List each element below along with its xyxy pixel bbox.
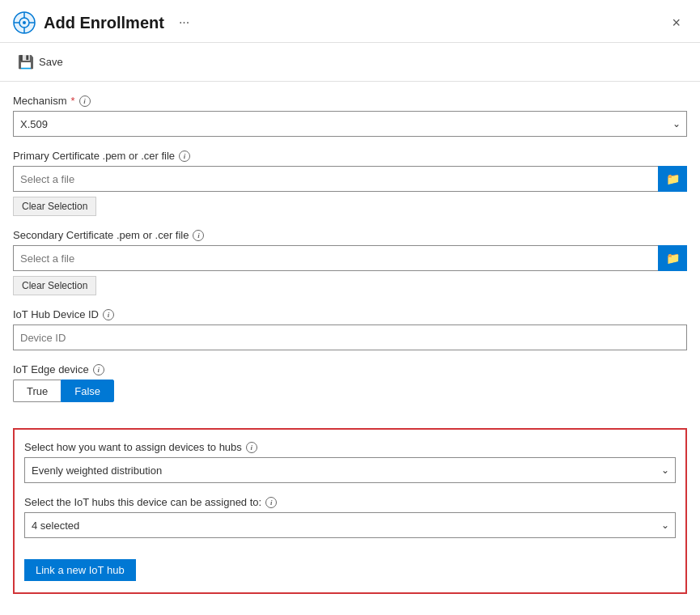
save-button[interactable]: 💾 Save — [13, 51, 68, 73]
secondary-cert-input[interactable] — [13, 245, 658, 271]
spacer — [13, 415, 687, 428]
form-body: Mechanism * i X.509 TPM Symmetric Key ⌄ … — [0, 82, 700, 615]
folder-icon-2: 📁 — [666, 252, 680, 265]
secondary-cert-info-icon[interactable]: i — [193, 230, 204, 241]
primary-cert-clear-button[interactable]: Clear Selection — [13, 197, 96, 216]
header-more-options[interactable]: ··· — [179, 15, 189, 30]
secondary-cert-input-row: 📁 — [13, 245, 687, 271]
close-button[interactable]: × — [665, 12, 687, 33]
select-hubs-select-wrapper: 4 selected ⌄ — [24, 512, 676, 538]
save-icon: 💾 — [18, 54, 34, 70]
mechanism-select[interactable]: X.509 TPM Symmetric Key — [13, 111, 687, 137]
secondary-cert-browse-button[interactable]: 📁 — [658, 245, 687, 271]
hub-assignment-section: Select how you want to assign devices to… — [13, 428, 687, 594]
mechanism-label: Mechanism * i — [13, 95, 687, 107]
select-hubs-label: Select the IoT hubs this device can be a… — [24, 496, 676, 508]
save-label: Save — [39, 56, 63, 68]
assign-hubs-select[interactable]: Evenly weighted distribution Lowest late… — [24, 457, 676, 483]
iot-edge-true-button[interactable]: True — [13, 380, 61, 402]
select-hubs-info-icon[interactable]: i — [265, 497, 277, 508]
primary-cert-label: Primary Certificate .pem or .cer file i — [13, 150, 687, 162]
assign-hubs-info-icon[interactable]: i — [246, 442, 257, 453]
primary-cert-input-row: 📁 — [13, 166, 687, 192]
mechanism-select-wrapper: X.509 TPM Symmetric Key ⌄ — [13, 111, 687, 137]
iot-edge-false-button[interactable]: False — [61, 380, 114, 402]
iot-edge-label: IoT Edge device i — [13, 363, 687, 375]
svg-point-2 — [23, 21, 26, 24]
device-id-label: IoT Hub Device ID i — [13, 308, 687, 320]
select-hubs-select[interactable]: 4 selected — [24, 512, 676, 538]
device-id-group: IoT Hub Device ID i — [13, 308, 687, 350]
primary-cert-info-icon[interactable]: i — [179, 151, 190, 162]
folder-icon: 📁 — [666, 172, 680, 185]
azure-iot-icon — [13, 11, 36, 34]
header-left: Add Enrollment ··· — [13, 11, 189, 34]
device-id-info-icon[interactable]: i — [103, 309, 114, 320]
dialog-title: Add Enrollment — [44, 14, 164, 32]
iot-edge-group: IoT Edge device i True False — [13, 363, 687, 402]
toolbar: 💾 Save — [0, 43, 700, 82]
secondary-cert-clear-button[interactable]: Clear Selection — [13, 276, 96, 295]
primary-cert-group: Primary Certificate .pem or .cer file i … — [13, 150, 687, 216]
mechanism-info-icon[interactable]: i — [79, 95, 91, 107]
device-id-input[interactable] — [13, 324, 687, 350]
iot-edge-toggle: True False — [13, 380, 687, 402]
mechanism-group: Mechanism * i X.509 TPM Symmetric Key ⌄ — [13, 95, 687, 137]
secondary-cert-label: Secondary Certificate .pem or .cer file … — [13, 229, 687, 241]
dialog-header: Add Enrollment ··· × — [0, 0, 700, 43]
primary-cert-input[interactable] — [13, 166, 658, 192]
spacer2 — [13, 607, 687, 615]
select-hubs-group: Select the IoT hubs this device can be a… — [24, 496, 676, 538]
required-indicator: * — [70, 95, 74, 107]
assign-hubs-select-wrapper: Evenly weighted distribution Lowest late… — [24, 457, 676, 483]
assign-hubs-label: Select how you want to assign devices to… — [24, 441, 676, 453]
link-new-iot-hub-button[interactable]: Link a new IoT hub — [24, 559, 136, 581]
primary-cert-browse-button[interactable]: 📁 — [658, 166, 687, 192]
assign-hubs-group: Select how you want to assign devices to… — [24, 441, 676, 483]
secondary-cert-group: Secondary Certificate .pem or .cer file … — [13, 229, 687, 295]
iot-edge-info-icon[interactable]: i — [93, 364, 104, 375]
